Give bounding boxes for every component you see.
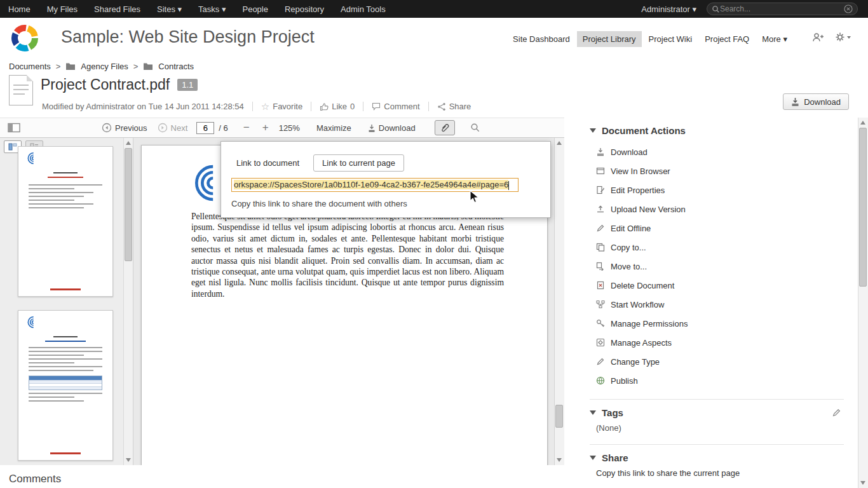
edit-tags-icon[interactable]	[832, 408, 841, 417]
search-box[interactable]	[707, 3, 858, 15]
zoom-out-button[interactable]: −	[241, 121, 252, 134]
action-view-in-browser[interactable]: View In Browser	[596, 161, 857, 180]
scrollbar-thumb[interactable]	[859, 128, 867, 287]
gear-icon[interactable]	[835, 32, 851, 43]
thumb-logo-icon	[26, 316, 39, 329]
tab-site-dashboard[interactable]: Site Dashboard	[507, 31, 576, 47]
nav-admin-tools[interactable]: Admin Tools	[332, 4, 394, 14]
search-input[interactable]	[720, 4, 844, 13]
next-page-button[interactable]: Next	[158, 123, 188, 133]
page-total-label: / 6	[219, 123, 227, 133]
page-thumbnail-2[interactable]	[18, 310, 113, 461]
scroll-up-icon[interactable]	[555, 139, 563, 147]
share-link-input[interactable]: orkspace://SpacesStore/1a0b110f-1e09-4ca…	[231, 178, 519, 192]
action-publish[interactable]: Publish	[596, 371, 857, 390]
thumb-line	[48, 177, 83, 178]
tab-more-menu[interactable]: More ▾	[756, 31, 793, 47]
breadcrumb-documents[interactable]: Documents	[9, 62, 51, 71]
tab-project-wiki[interactable]: Project Wiki	[643, 31, 698, 47]
scroll-down-icon[interactable]	[555, 456, 563, 464]
document-icon	[9, 75, 33, 105]
invite-user-icon[interactable]	[812, 32, 825, 43]
like-button[interactable]: Like 0	[320, 102, 355, 111]
comments-heading: Comments	[9, 473, 61, 485]
publish-globe-icon	[596, 376, 605, 385]
breadcrumb-agency-files[interactable]: Agency Files	[81, 62, 128, 71]
document-actions-header[interactable]: Document Actions	[590, 125, 841, 136]
tab-link-to-current-page[interactable]: Link to current page	[313, 154, 404, 172]
share-label: Share	[449, 102, 471, 111]
action-change-type[interactable]: Change Type	[596, 352, 857, 371]
thumb-line	[29, 196, 84, 197]
thumbnails-scrollbar[interactable]	[123, 138, 133, 465]
thumb-line	[29, 188, 74, 189]
nav-tasks[interactable]: Tasks ▾	[190, 4, 234, 14]
nav-repository[interactable]: Repository	[276, 4, 332, 14]
scroll-down-icon[interactable]	[125, 456, 132, 464]
action-manage-permissions[interactable]: Manage Permissions	[596, 314, 857, 333]
maximize-button[interactable]: Maximize	[316, 123, 351, 133]
thumb-line	[53, 336, 78, 337]
viewer-search-icon[interactable]	[470, 123, 480, 133]
action-edit-offline[interactable]: Edit Offline	[596, 219, 857, 238]
clear-search-icon[interactable]	[844, 4, 853, 13]
action-edit-properties[interactable]: Edit Properties	[596, 180, 857, 200]
page-thumbnail-1[interactable]	[18, 146, 113, 297]
action-upload-new-version[interactable]: Upload New Version	[596, 200, 857, 219]
share-button[interactable]: Share	[437, 102, 471, 111]
page-number-input[interactable]	[196, 122, 214, 134]
action-start-workflow[interactable]: Start Workflow	[596, 295, 857, 314]
breadcrumb-contracts[interactable]: Contracts	[158, 62, 194, 71]
share-title: Share	[602, 452, 628, 463]
zoom-in-button[interactable]: +	[260, 121, 271, 134]
breadcrumb-separator: >	[133, 62, 139, 71]
preview-scrollbar[interactable]	[554, 138, 564, 465]
scrollbar-thumb[interactable]	[125, 148, 132, 261]
like-count: 0	[350, 102, 355, 111]
action-move-to[interactable]: Move to...	[596, 257, 857, 276]
comment-label: Comment	[384, 102, 419, 111]
comment-button[interactable]: Comment	[372, 102, 419, 111]
pencil-icon	[596, 224, 605, 233]
share-link-text: orkspace://SpacesStore/1a0b110f-1e09-4ca…	[234, 180, 508, 189]
viewer-download-button[interactable]: Download	[368, 123, 416, 133]
nav-people[interactable]: People	[234, 4, 276, 14]
copy-icon	[596, 243, 605, 252]
collapse-triangle-icon	[590, 456, 596, 460]
download-button[interactable]: Download	[783, 93, 849, 110]
action-delete-document[interactable]: Delete Document	[596, 276, 857, 295]
scrollbar-thumb[interactable]	[555, 405, 563, 428]
scroll-down-icon[interactable]	[859, 479, 867, 487]
sidebar-toggle-icon[interactable]	[8, 123, 20, 133]
tags-header[interactable]: Tags	[590, 407, 623, 418]
user-menu[interactable]: Administrator ▾	[631, 4, 707, 14]
share-link-button[interactable]	[435, 120, 455, 135]
scroll-up-icon[interactable]	[125, 139, 132, 147]
scroll-up-icon[interactable]	[859, 119, 867, 126]
edit-properties-icon	[596, 186, 605, 194]
share-header[interactable]: Share	[590, 452, 841, 463]
nav-home[interactable]: Home	[0, 4, 39, 14]
zoom-level-label: 125%	[279, 123, 300, 133]
thumbs-up-icon	[320, 102, 329, 111]
nav-my-files[interactable]: My Files	[39, 4, 86, 14]
tab-project-library[interactable]: Project Library	[577, 31, 642, 47]
previous-page-button[interactable]: Previous	[102, 123, 147, 133]
action-label: Edit Properties	[611, 186, 665, 195]
thumb-line	[29, 203, 93, 205]
alfresco-logo[interactable]	[9, 22, 41, 54]
download-icon	[791, 97, 799, 106]
action-download[interactable]: Download	[596, 142, 857, 161]
tab-link-to-document[interactable]: Link to document	[231, 154, 304, 172]
action-manage-aspects[interactable]: Manage Aspects	[596, 333, 857, 352]
tab-project-faq[interactable]: Project FAQ	[699, 31, 755, 47]
tags-value: (None)	[596, 423, 857, 433]
action-copy-to[interactable]: Copy to...	[596, 238, 857, 257]
move-icon	[596, 262, 605, 271]
page-scrollbar[interactable]	[858, 118, 868, 488]
paperclip-icon	[440, 123, 450, 133]
nav-shared-files[interactable]: Shared Files	[86, 4, 149, 14]
folder-icon	[143, 62, 153, 71]
nav-sites[interactable]: Sites ▾	[149, 4, 190, 14]
favorite-button[interactable]: ☆ Favorite	[261, 102, 302, 111]
